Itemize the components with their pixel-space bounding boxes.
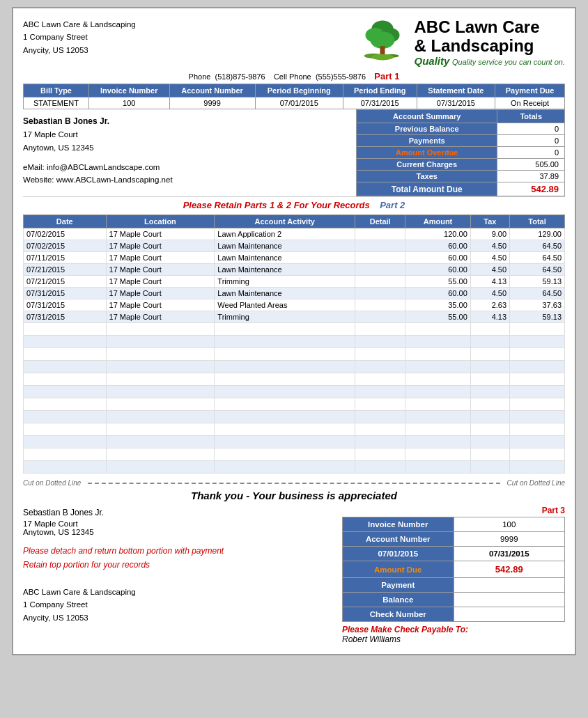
table-row: 07/02/2015 17 Maple Court Lawn Applicati… bbox=[24, 228, 565, 240]
cell-tax: 4.13 bbox=[470, 276, 509, 288]
empty-row bbox=[24, 461, 565, 474]
account-summary: Account Summary Totals Previous Balance … bbox=[356, 109, 565, 196]
pt-account-value: 9999 bbox=[454, 532, 565, 547]
bottom-customer-name: Sebastian B Jones Jr. bbox=[23, 506, 328, 520]
account-number-value: 9999 bbox=[169, 97, 255, 109]
cell-total: 37.63 bbox=[510, 299, 565, 311]
pt-account-label: Account Number bbox=[343, 532, 454, 547]
svg-point-7 bbox=[372, 54, 394, 61]
cell-date: 07/21/2015 bbox=[24, 264, 107, 276]
overdue-label: Amount Overdue bbox=[357, 147, 497, 159]
bottom-company-address: ABC Lawn Care & Landscaping 1 Company St… bbox=[23, 586, 328, 624]
bottom-left: Sebastian B Jones Jr. 17 Maple Court Any… bbox=[23, 506, 328, 644]
cell-activity: Trimming bbox=[215, 276, 355, 288]
payable-to: Please Make Check Payable To: Robert Wil… bbox=[342, 625, 565, 644]
payment-table: Invoice Number 100 Account Number 9999 0… bbox=[342, 517, 565, 622]
payable-title: Please Make Check Payable To: bbox=[342, 625, 468, 634]
company-name: ABC Lawn Care & Landscaping bbox=[23, 18, 358, 31]
phone-line: Phone (518)875-9876 Cell Phone (555)555-… bbox=[23, 71, 565, 81]
cut-text-right: Cut on Dotted Line bbox=[507, 479, 565, 487]
table-row: 07/31/2015 17 Maple Court Lawn Maintenan… bbox=[24, 288, 565, 299]
bottom-company-address1: 1 Company Street bbox=[23, 598, 328, 611]
cell-location: 17 Maple Court bbox=[106, 264, 215, 276]
instruction-line2: Retain top portion for your records bbox=[23, 559, 328, 572]
contact-info: eMail: info@ABCLawnLandscape.com Website… bbox=[23, 161, 356, 187]
invoice-document: ABC Lawn Care & Landscaping 1 Company St… bbox=[12, 7, 576, 655]
cell-tax: 4.50 bbox=[470, 288, 509, 299]
bottom-company-name: ABC Lawn Care & Landscaping bbox=[23, 586, 328, 598]
cell-amount: 35.00 bbox=[405, 299, 471, 311]
detail-header: Detail bbox=[355, 215, 405, 228]
location-header: Location bbox=[106, 215, 215, 228]
bill-type-value: STATEMENT bbox=[24, 97, 89, 109]
cell-amount: 60.00 bbox=[405, 240, 471, 252]
logo-title: ABC Lawn Care & Landscaping bbox=[414, 18, 565, 55]
statement-date-header: Statement Date bbox=[417, 84, 495, 97]
cell-amount: 60.00 bbox=[405, 252, 471, 264]
cell-amount: 55.00 bbox=[405, 311, 471, 323]
cell-location: 17 Maple Court bbox=[106, 288, 215, 299]
cell-tax: 4.13 bbox=[470, 311, 509, 323]
date-header: Date bbox=[24, 215, 107, 228]
cell-location: 17 Maple Court bbox=[106, 311, 215, 323]
customer-address2: Anytown, US 12345 bbox=[23, 141, 356, 154]
invoice-number-header: Invoice Number bbox=[88, 84, 169, 97]
bottom-customer-address2: Anytown, US 12345 bbox=[23, 528, 328, 536]
period-ending-header: Period Ending bbox=[343, 84, 417, 97]
tagline: Quality Quality service you can count on… bbox=[414, 55, 565, 67]
empty-row bbox=[24, 361, 565, 373]
account-number-header: Account Number bbox=[169, 84, 255, 97]
statement-date-value: 07/31/2015 bbox=[417, 97, 495, 109]
company-address2: Anycity, US 12053 bbox=[23, 44, 358, 56]
payments-value: 0 bbox=[497, 135, 565, 147]
middle-section: Sebastian B Jones Jr. 17 Maple Court Any… bbox=[23, 109, 565, 196]
pt-invoice-label: Invoice Number bbox=[343, 517, 454, 532]
payable-name: Robert Williams bbox=[342, 634, 401, 644]
invoice-number-value: 100 bbox=[88, 97, 169, 109]
activity-header: Account Activity bbox=[215, 215, 355, 228]
empty-row bbox=[24, 386, 565, 398]
phone-label: Phone bbox=[189, 72, 211, 81]
table-row: 07/31/2015 17 Maple Court Trimming 55.00… bbox=[24, 311, 565, 323]
empty-row bbox=[24, 411, 565, 423]
pt-amount-value: 542.89 bbox=[454, 561, 565, 578]
table-row: 07/02/2015 17 Maple Court Lawn Maintenan… bbox=[24, 240, 565, 252]
table-row: 07/11/2015 17 Maple Court Lawn Maintenan… bbox=[24, 252, 565, 264]
empty-row bbox=[24, 423, 565, 436]
bill-type-header: Bill Type bbox=[24, 84, 89, 97]
summary-table: Account Summary Totals Previous Balance … bbox=[356, 109, 565, 196]
billing-table: Bill Type Invoice Number Account Number … bbox=[23, 84, 565, 109]
pt-check-value bbox=[454, 607, 565, 622]
pt-check-label: Check Number bbox=[343, 607, 454, 622]
empty-row bbox=[24, 373, 565, 386]
cell-amount: 60.00 bbox=[405, 264, 471, 276]
cell-activity: Weed Planted Areas bbox=[215, 299, 355, 311]
table-row: 07/31/2015 17 Maple Court Weed Planted A… bbox=[24, 299, 565, 311]
cell-date: 07/31/2015 bbox=[24, 311, 107, 323]
cell-detail bbox=[355, 276, 405, 288]
table-row: 07/21/2015 17 Maple Court Trimming 55.00… bbox=[24, 276, 565, 288]
cell-date: 07/02/2015 bbox=[24, 240, 107, 252]
pt-payment-label: Payment bbox=[343, 578, 454, 593]
cell-date: 07/11/2015 bbox=[24, 252, 107, 264]
cell-detail bbox=[355, 264, 405, 276]
totals-title: Totals bbox=[497, 110, 565, 123]
pt-payment-value bbox=[454, 578, 565, 593]
cell-label: Cell Phone bbox=[274, 72, 311, 81]
cell-activity: Lawn Maintenance bbox=[215, 264, 355, 276]
cell-tax: 2.63 bbox=[470, 299, 509, 311]
amount-header: Amount bbox=[405, 215, 471, 228]
cell-amount: 60.00 bbox=[405, 288, 471, 299]
pt-period-begin: 07/01/2015 bbox=[343, 547, 454, 561]
total-header: Total bbox=[510, 215, 565, 228]
cell-detail bbox=[355, 252, 405, 264]
pt-amount-label: Amount Due bbox=[343, 561, 454, 578]
payment-due-value: On Receipt bbox=[495, 97, 565, 109]
tax-header: Tax bbox=[470, 215, 509, 228]
pt-period-end: 07/31/2015 bbox=[454, 547, 565, 561]
empty-row bbox=[24, 336, 565, 348]
cell-location: 17 Maple Court bbox=[106, 299, 215, 311]
activity-section: Date Location Account Activity Detail Am… bbox=[23, 214, 565, 474]
cell-date: 07/21/2015 bbox=[24, 276, 107, 288]
cell-tax: 4.50 bbox=[470, 252, 509, 264]
